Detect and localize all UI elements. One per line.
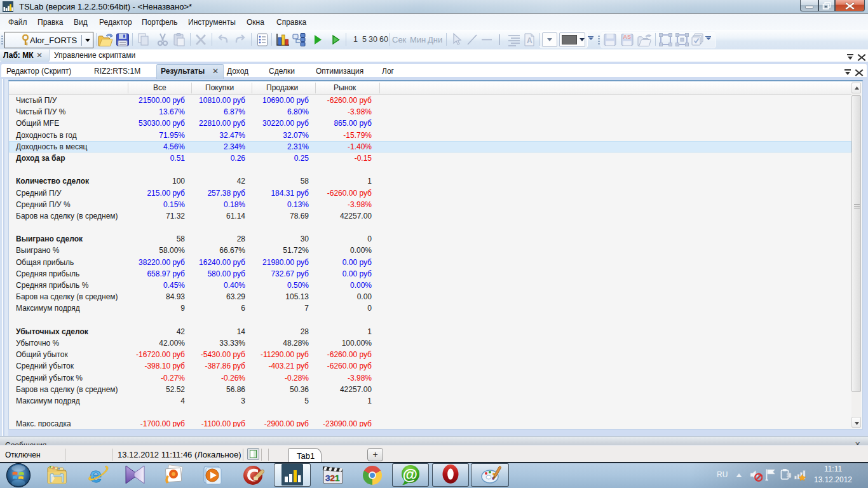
- svg-text:AS: AS: [623, 34, 632, 40]
- svg-text:@: @: [403, 466, 417, 483]
- svg-text:321: 321: [325, 473, 340, 483]
- svg-text:A: A: [527, 36, 532, 45]
- svg-text:e: e: [90, 463, 102, 487]
